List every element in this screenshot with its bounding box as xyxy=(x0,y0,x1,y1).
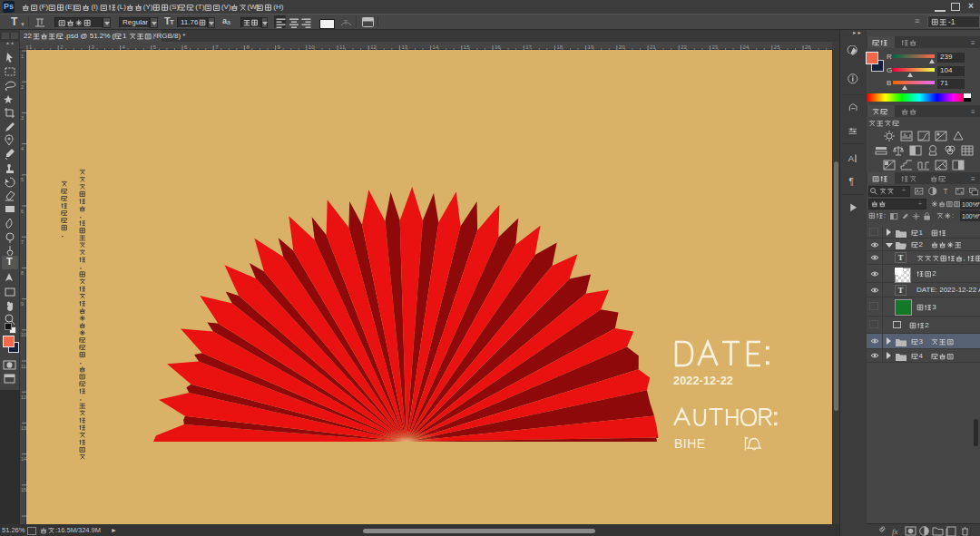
svg-text:fx: fx xyxy=(892,527,898,536)
svg-text:¶: ¶ xyxy=(849,177,855,187)
svg-text:T: T xyxy=(943,188,947,196)
svg-text:A: A xyxy=(848,154,855,163)
